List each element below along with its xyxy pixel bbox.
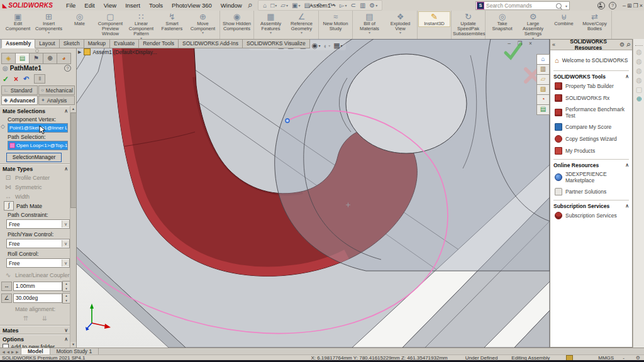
link-compare-my-score[interactable]: Compare My Score	[555, 123, 629, 131]
exploded-view-button[interactable]: ❖Exploded View▾	[385, 12, 416, 35]
reference-geometry-button[interactable]: ∠Reference Geometry▾	[286, 12, 317, 35]
view-settings-icon[interactable]: ▦▾	[333, 41, 342, 50]
spin-down-icon[interactable]: ▾	[63, 287, 70, 292]
dropdown-caret-icon[interactable]: ▾	[311, 3, 313, 8]
checkbox-icon[interactable]	[3, 344, 9, 348]
move-copy-bodies-button[interactable]: ⇄Move/Copy Bodies	[579, 12, 610, 31]
options-gear-icon[interactable]: ⚙▾	[369, 2, 377, 9]
undo-icon[interactable]: ↶▾	[316, 2, 324, 9]
hide-show-items-icon[interactable]: ◉▾	[312, 41, 321, 50]
dropdown-caret-icon[interactable]: ▾	[318, 43, 320, 48]
edit-component-button[interactable]: ▣Edit Component	[3, 12, 33, 31]
dropdown-caret-icon[interactable]: ▾	[341, 43, 343, 48]
ok-button[interactable]: ✓	[3, 75, 9, 84]
collapse-chevron-icon[interactable]: ∧	[625, 203, 629, 209]
linear-component-pattern-button[interactable]: ∷Linear Component Pattern▾	[126, 12, 157, 40]
selected-vertex-point[interactable]	[286, 119, 289, 123]
view-palette-tab[interactable]: ▨	[536, 84, 550, 95]
dropdown-caret-icon[interactable]: ▾	[275, 3, 277, 8]
selection-manager-button[interactable]: SelectionManager	[6, 153, 62, 162]
dropdown-caret-icon[interactable]: ▾	[334, 3, 336, 8]
category-tab-standard[interactable]: ∟Standard	[1, 85, 38, 95]
link-partner-solutions[interactable]: Partner Solutions	[555, 188, 629, 195]
tab-assembly[interactable]: Assembly	[1, 39, 35, 48]
open-icon[interactable]: ▱▾	[280, 2, 288, 9]
menu-file[interactable]: File	[62, 1, 80, 9]
strip-handle[interactable]	[635, 40, 643, 46]
file-properties-icon[interactable]: ▥	[360, 2, 365, 9]
menu-edit[interactable]: Edit	[80, 1, 99, 9]
mate-type-profile-center[interactable]: ⊡Profile Center	[0, 173, 70, 182]
detailed-preview-button[interactable]: ▮	[34, 74, 45, 84]
tile-button[interactable]: ⊞	[627, 3, 632, 9]
featuremanager-tab[interactable]: ◈	[1, 53, 16, 64]
distance-input[interactable]: 1.00mm	[13, 282, 62, 291]
select-icon[interactable]: ▻▾	[340, 2, 347, 9]
edit-appearance-icon[interactable]: ◐▾	[323, 42, 330, 50]
show-hidden-components-button[interactable]: ◉Show Hidden Components	[221, 12, 252, 31]
tab-layout[interactable]: Layout	[35, 39, 60, 48]
new-motion-study-button[interactable]: ≈New Motion Study	[320, 12, 351, 31]
link-copy-settings-wizard[interactable]: Copy Settings Wizard	[555, 135, 629, 143]
pm-scrollbar[interactable]: ▲ ▼	[70, 106, 76, 348]
insert-components-button[interactable]: ⊞Insert Components▾	[33, 12, 64, 35]
new-document-icon[interactable]: □▾	[270, 2, 277, 9]
pm-help-icon[interactable]: ?	[64, 65, 71, 72]
dropdown-caret-icon[interactable]: ▾	[385, 31, 416, 35]
smart-fasteners-button[interactable]: ↯Smart Fasteners	[157, 12, 187, 31]
tab-markup[interactable]: Markup	[84, 39, 110, 48]
search-caret-icon[interactable]: ▾	[565, 4, 567, 8]
collapse-chevron-icon[interactable]: ∧	[64, 108, 68, 114]
anti-aligned-button-icon[interactable]: ⇊	[38, 314, 51, 323]
home-icon[interactable]: ⌂	[263, 2, 267, 9]
undo-button[interactable]: ↶	[23, 75, 29, 83]
search-commands-input[interactable]: S Search Commands ▾	[475, 1, 570, 10]
scrollbar-thumb[interactable]	[70, 112, 77, 208]
link-property-tab-builder[interactable]: Property Tab Builder	[555, 82, 629, 90]
custom-properties-tab[interactable]: ▤	[536, 104, 550, 115]
scroll-up-icon[interactable]: ▲	[70, 106, 76, 112]
collapse-chevron-icon[interactable]: ∧	[625, 74, 629, 80]
dropdown-caret-icon[interactable]: ▾	[255, 31, 286, 35]
section-header[interactable]: Subscription Services∧	[553, 203, 629, 209]
pitch-yaw-dropdown[interactable]: Free∨	[6, 239, 70, 248]
mate-type-path-mate[interactable]: ∫Path Mate	[0, 201, 70, 211]
mate-type-width[interactable]: ↔Width	[0, 192, 70, 201]
configurationmanager-tab[interactable]: ⚑	[30, 53, 43, 64]
user-avatar[interactable]	[597, 2, 605, 9]
solidworks-resources-tab[interactable]: ⌂	[536, 54, 550, 65]
spin-up-icon[interactable]: ▴	[63, 282, 70, 287]
component-vertex-listbox[interactable]: Point1@Sketch1@Inner Leg	[8, 123, 68, 133]
viewport-restore-button[interactable]: ❐	[515, 40, 525, 47]
angle-input[interactable]: 30.00deg	[13, 293, 62, 303]
dimxpertmanager-tab[interactable]: ⊕	[43, 53, 57, 64]
dropdown-caret-icon[interactable]: ▾	[354, 31, 385, 35]
roll-control-dropdown[interactable]: Free∨	[6, 258, 70, 268]
instant3d-button[interactable]: ✎Instant3D	[419, 12, 450, 26]
displaymanager-tab[interactable]: ◕	[57, 53, 71, 64]
collapse-panel-icon[interactable]: «	[552, 41, 555, 48]
tab-nav-arrow-icon[interactable]: ◀	[7, 350, 9, 354]
take-snapshot-button[interactable]: ◎Take Snapshot	[487, 12, 518, 31]
mate-selections-header[interactable]: Mate Selections∧	[0, 106, 70, 115]
component-preview-window-button[interactable]: ▢Component Preview Window	[95, 12, 126, 37]
cylindrical-boss[interactable]	[346, 54, 467, 153]
tab-render-tools[interactable]: Render Tools	[139, 39, 179, 48]
close-button[interactable]: ×	[640, 3, 643, 9]
tab-solidworks-add-ins[interactable]: SOLIDWORKS Add-Ins	[179, 39, 243, 48]
search-icon[interactable]	[556, 3, 562, 9]
tab-nav-arrow-icon[interactable]: ▶	[11, 350, 14, 354]
bill-of-materials-button[interactable]: ▤Bill of Materials▾	[354, 12, 385, 35]
mate-button[interactable]: ◎Mate	[64, 12, 95, 26]
menu-window[interactable]: Window	[216, 1, 247, 9]
menu-photoview-360[interactable]: PhotoView 360	[167, 1, 216, 9]
spin-down-icon[interactable]: ▾	[63, 299, 70, 304]
link-3dexperience-marketplace[interactable]: 3DEXPERIENCE Marketplace	[555, 171, 629, 184]
task-pane-gear-icon[interactable]: ⚙	[619, 41, 625, 48]
section-header[interactable]: Online Resources∧	[553, 162, 629, 168]
menu-tools[interactable]: Tools	[145, 1, 167, 9]
category-tab-analysis[interactable]: ✦Analysis	[38, 96, 75, 105]
restore-button[interactable]: ❐	[633, 3, 638, 9]
cancel-button[interactable]: ×	[14, 75, 18, 84]
save-icon[interactable]: ▣▾	[292, 2, 300, 9]
